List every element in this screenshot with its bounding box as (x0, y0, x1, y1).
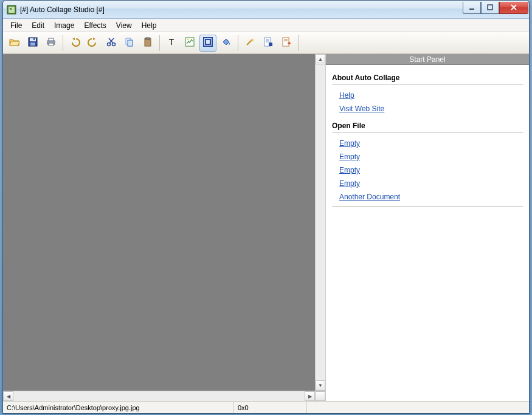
client-area: ▲ ▼ ◀ ▶ Start Panel About Auto Collage H… (3, 54, 529, 401)
document-save-icon (263, 36, 274, 50)
svg-rect-8 (33, 38, 35, 40)
statusbar: C:\Users\Administrator\Desktop\proxy.jpg… (3, 401, 529, 413)
canvas[interactable] (3, 54, 315, 391)
window-buttons (463, 2, 528, 14)
image-resize-icon (184, 36, 195, 50)
svg-point-20 (187, 38, 188, 39)
start-panel: Start Panel About Auto Collage Help Visi… (326, 54, 529, 401)
menu-file[interactable]: File (5, 20, 27, 31)
svg-rect-3 (469, 9, 474, 10)
folder-open-icon (9, 36, 20, 50)
document-export-icon (281, 36, 292, 50)
svg-rect-11 (49, 43, 54, 46)
scissors-icon (106, 36, 117, 50)
svg-rect-7 (30, 43, 35, 46)
recent-file-link[interactable]: Empty (339, 137, 360, 150)
scroll-track[interactable] (316, 64, 325, 380)
print-button[interactable] (43, 35, 60, 52)
frame-icon (202, 36, 213, 50)
horizontal-scrollbar[interactable]: ◀ ▶ (3, 391, 325, 401)
toolbar-separator (63, 35, 63, 51)
svg-rect-4 (488, 5, 492, 10)
scroll-down-button[interactable]: ▼ (316, 380, 325, 391)
undo-button[interactable] (66, 35, 83, 52)
svg-text:T: T (169, 37, 174, 47)
scroll-up-button[interactable]: ▲ (316, 54, 325, 64)
cut-button[interactable] (103, 35, 120, 52)
visit-website-link[interactable]: Visit Web Site (339, 102, 384, 115)
save-button[interactable] (24, 35, 41, 52)
svg-rect-22 (206, 39, 210, 44)
open-file-header: Open File (332, 118, 523, 133)
redo-button[interactable] (85, 35, 102, 52)
menu-edit[interactable]: Edit (27, 20, 49, 31)
menu-view[interactable]: View (111, 20, 137, 31)
help-link[interactable]: Help (339, 89, 354, 102)
app-icon (7, 5, 16, 15)
scroll-left-button[interactable]: ◀ (3, 391, 13, 401)
start-panel-body: About Auto Collage Help Visit Web Site O… (326, 65, 529, 211)
scroll-track[interactable] (13, 391, 305, 401)
copy-icon (124, 36, 135, 50)
another-document-link[interactable]: Another Document (339, 190, 400, 204)
vertical-scrollbar[interactable]: ▲ ▼ (315, 54, 325, 391)
resample-button[interactable] (181, 35, 198, 52)
svg-rect-24 (269, 43, 272, 46)
window-title: [#] Auto Collage Studio [#] (20, 5, 463, 14)
titlebar: [#] Auto Collage Studio [#] (3, 1, 529, 19)
copy-button[interactable] (121, 35, 138, 52)
menu-help[interactable]: Help (137, 20, 162, 31)
redo-icon (88, 36, 98, 50)
recent-file-link[interactable]: Empty (339, 163, 360, 177)
scroll-right-button[interactable]: ▶ (305, 391, 315, 401)
menubar: File Edit Image Effects View Help (3, 19, 529, 32)
text-icon: T (166, 36, 177, 50)
svg-rect-17 (146, 38, 150, 39)
svg-rect-10 (49, 38, 54, 41)
status-spacer (307, 402, 529, 413)
printer-icon (46, 36, 57, 50)
export-button[interactable] (278, 35, 295, 52)
toolbar-separator (238, 35, 238, 51)
toolbar-separator (159, 35, 160, 51)
wand-icon (244, 36, 255, 50)
svg-rect-25 (283, 38, 289, 46)
minimize-button[interactable] (463, 2, 481, 14)
paint-bucket-icon (221, 36, 232, 50)
fill-button[interactable] (218, 35, 235, 52)
toolbar: T (3, 32, 529, 54)
status-dimensions: 0x0 (234, 402, 307, 413)
recent-file-link[interactable]: Empty (339, 177, 360, 190)
app-window: [#] Auto Collage Studio [#] File Edit Im… (2, 0, 530, 414)
maximize-button[interactable] (481, 2, 499, 14)
floppy-disk-icon (27, 36, 38, 50)
svg-rect-15 (128, 40, 133, 46)
scroll-corner (315, 391, 325, 401)
status-path: C:\Users\Administrator\Desktop\proxy.jpg… (3, 402, 234, 413)
paste-button[interactable] (139, 35, 156, 52)
about-header: About Auto Collage (332, 70, 523, 85)
start-panel-title: Start Panel (326, 54, 529, 65)
toolbar-separator (298, 35, 299, 51)
canvas-wrap: ▲ ▼ ◀ ▶ (3, 54, 326, 401)
frame-button[interactable] (199, 35, 216, 52)
undo-icon (69, 36, 80, 50)
menu-image[interactable]: Image (49, 20, 79, 31)
clipboard-icon (142, 36, 153, 50)
recent-file-link[interactable]: Empty (339, 150, 360, 163)
filter-button[interactable] (241, 35, 258, 52)
svg-rect-2 (10, 8, 12, 10)
open-button[interactable] (6, 35, 23, 52)
menu-effects[interactable]: Effects (79, 20, 111, 31)
save-as-button[interactable] (260, 35, 277, 52)
close-button[interactable] (499, 2, 528, 14)
text-tool-button[interactable]: T (163, 35, 180, 52)
svg-rect-6 (30, 38, 36, 41)
